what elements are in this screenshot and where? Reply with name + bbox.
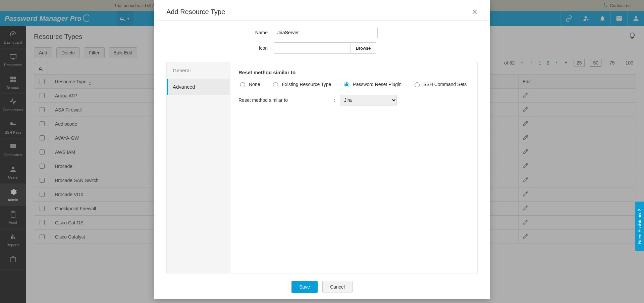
- icon-label: Icon: [166, 45, 274, 51]
- add-resource-type-modal: Add Resource Type ✕ Name Icon Browse Gen…: [154, 0, 490, 299]
- similar-to-label: Reset method similar to: [238, 97, 329, 103]
- radio-plugin[interactable]: Password Reset Plugin: [342, 81, 401, 87]
- name-label: Name: [166, 30, 274, 35]
- modal-close-button[interactable]: ✕: [472, 8, 478, 16]
- tab-general[interactable]: General: [167, 62, 230, 79]
- modal-header: Add Resource Type ✕: [154, 0, 490, 21]
- modal-body: General Advanced Reset method similar to…: [166, 62, 478, 273]
- radio-ssh[interactable]: SSH Command Sets: [413, 81, 467, 87]
- modal-footer: Save Cancel: [154, 281, 490, 293]
- reset-method-radios: None Existing Resource Type Password Res…: [238, 81, 469, 87]
- save-button[interactable]: Save: [291, 281, 318, 293]
- reset-method-title: Reset method similar to: [238, 70, 469, 75]
- name-input[interactable]: [274, 27, 378, 38]
- modal-top-form: Name Icon Browse: [154, 21, 490, 60]
- browse-button[interactable]: Browse: [350, 42, 376, 54]
- similar-to-select[interactable]: Jira: [340, 95, 397, 105]
- similar-to-row: Reset method similar to : Jira: [238, 95, 469, 105]
- modal-tabs: General Advanced: [167, 62, 230, 273]
- modal-title: Add Resource Type: [166, 8, 225, 16]
- tab-advanced[interactable]: Advanced: [167, 79, 230, 95]
- radio-none[interactable]: None: [238, 81, 260, 87]
- radio-existing[interactable]: Existing Resource Type: [271, 81, 331, 87]
- need-assistance-tab[interactable]: Need Assistance?: [635, 202, 644, 251]
- cancel-button[interactable]: Cancel: [322, 281, 353, 293]
- modal-tab-content: Reset method similar to None Existing Re…: [230, 62, 477, 273]
- icon-preview: [274, 42, 350, 54]
